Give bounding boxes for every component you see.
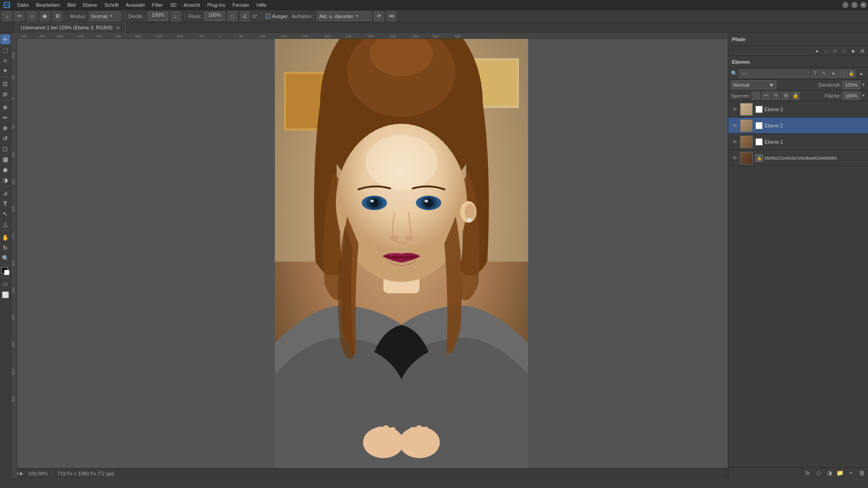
eyedropper-tool[interactable]: ⊘ (0, 89, 10, 99)
menu-schrift[interactable]: Schrift (101, 0, 122, 10)
brush-tool[interactable]: ✏ (0, 113, 10, 122)
active-tab[interactable]: Unbenannt-1 bei 109% (Ebene 3, RGB/8) ✕ (16, 23, 126, 33)
layer-item[interactable]: 👁 Ebene 1 (728, 134, 868, 150)
menu-bearbeiten[interactable]: Bearbeiten (33, 0, 64, 10)
panel-icon-diamond[interactable]: ◇ (831, 47, 839, 55)
filter-locked-btn[interactable]: 🔒 (847, 70, 855, 78)
background-color[interactable] (4, 270, 9, 275)
move-tool[interactable]: ✛ (0, 34, 10, 44)
add-mask-button[interactable]: ⬭ (814, 469, 823, 478)
path-select-tool[interactable]: ↖ (0, 209, 10, 219)
menu-3d[interactable]: 3D (166, 0, 180, 10)
gradient-tool[interactable]: ▦ (0, 154, 10, 164)
shape-tool[interactable]: △ (0, 219, 10, 229)
pen-tool[interactable]: ⊿ (0, 188, 10, 198)
layer-link-icon: 🔒 (755, 155, 763, 162)
aufn-dropdown[interactable]: Akt. u. darunter ▼ (317, 12, 371, 21)
layer-item[interactable]: 👁 🔒 09265c211e010a725e3ba4623a92b5b6 (728, 150, 868, 166)
layer-visibility-toggle[interactable]: 👁 (731, 155, 738, 162)
menu-plugins[interactable]: Plug-ins (203, 0, 229, 10)
quick-mask-btn[interactable]: ⬭ (0, 279, 10, 289)
svg-rect-29 (370, 431, 375, 449)
magic-wand-tool[interactable]: ✦ (0, 66, 10, 75)
close-button[interactable]: ✕ (860, 2, 867, 8)
panel-icon-square-filled[interactable]: ■ (849, 47, 857, 55)
opacity-value[interactable]: 100% (842, 81, 860, 89)
lasso-tool[interactable]: ⌾ (0, 55, 10, 65)
hand-tool[interactable]: ✋ (0, 232, 10, 242)
layer-item[interactable]: 👁 Ebene 3 (728, 101, 868, 117)
filter-smart-btn[interactable]: ★ (829, 70, 837, 78)
text-tool[interactable]: T (0, 198, 10, 208)
layer-mode-dropdown[interactable]: Normal ▼ (731, 80, 776, 89)
modus-dropdown-arrow: ▼ (109, 14, 113, 18)
ausger-checkbox[interactable]: ✓ (265, 14, 271, 19)
blur-tool[interactable]: ◉ (0, 164, 10, 174)
smooth-btn[interactable]: ⟳ (374, 11, 384, 21)
add-group-button[interactable]: 📁 (835, 469, 844, 478)
minimize-button[interactable]: − (842, 2, 849, 8)
menu-hilfe[interactable]: Hilfe (253, 0, 270, 10)
delete-layer-button[interactable]: 🗑 (857, 469, 866, 478)
brush-option2[interactable]: ⊞ (52, 11, 62, 21)
tool-sep-6 (1, 277, 9, 278)
menu-ebene[interactable]: Ebene (79, 0, 101, 10)
layer-visibility-toggle[interactable]: 👁 (731, 138, 738, 145)
canvas-viewport[interactable]: -100 -50 0 50 100 150 200 250 300 350 40… (11, 39, 728, 478)
modus-dropdown[interactable]: Normal ▼ (89, 12, 121, 21)
tab-close-button[interactable]: ✕ (115, 25, 121, 30)
stamp-tool[interactable]: ⊗ (0, 123, 10, 133)
menu-filter[interactable]: Filter (148, 0, 166, 10)
selection-tool[interactable]: ⬚ (0, 45, 10, 55)
status-next-btn[interactable]: ▶ (20, 471, 24, 476)
menu-datei[interactable]: Datei (14, 0, 33, 10)
add-layer-button[interactable]: + (846, 469, 855, 478)
add-adjustment-button[interactable]: ◑ (825, 469, 834, 478)
fluss-input[interactable]: 100% (204, 12, 225, 21)
lock-transparent-btn[interactable]: ⬚ (752, 92, 760, 100)
layer-item[interactable]: 👁 Ebene 2 (728, 117, 868, 134)
flache-value[interactable]: 100% (842, 92, 860, 100)
add-fx-button[interactable]: fx (803, 469, 812, 478)
filter-selected-btn[interactable]: ⬚ (838, 70, 846, 78)
brush-preset-button[interactable]: ○ (27, 11, 37, 21)
foreground-bg-colors[interactable] (0, 266, 10, 276)
lock-position-btn[interactable]: ✛ (772, 92, 780, 100)
layer-search-input[interactable] (739, 70, 809, 78)
layer-visibility-toggle[interactable]: 👁 (731, 122, 738, 129)
panel-icon-grid[interactable]: ⊞ (858, 47, 866, 55)
brush-option1[interactable]: ◉ (40, 11, 50, 21)
menu-auswahl[interactable]: Auswahl (122, 0, 148, 10)
deckk-input[interactable]: 100% (148, 12, 168, 21)
svg-point-25 (465, 204, 476, 220)
filter-type-btn[interactable]: T (811, 70, 819, 78)
spot-heal-tool[interactable]: ⊕ (0, 102, 10, 112)
panel-icon-circle-filled[interactable]: ● (813, 47, 821, 55)
angle-btn[interactable]: ∠ (240, 11, 250, 21)
brush-tool-button[interactable]: ✏ (14, 11, 24, 21)
history-tool[interactable]: ↺ (0, 133, 10, 143)
layer-visibility-toggle[interactable]: 👁 (731, 106, 738, 113)
menu-bild[interactable]: Bild (64, 0, 79, 10)
screen-mode-btn[interactable]: ⬜ (0, 290, 10, 300)
dodge-tool[interactable]: ◑ (0, 175, 10, 185)
eraser-tool[interactable]: ◻ (0, 144, 10, 154)
lock-paint-btn[interactable]: ✏ (762, 92, 770, 100)
zoom-tool[interactable]: 🔍 (0, 253, 10, 263)
maximize-button[interactable]: □ (851, 2, 858, 8)
filter-adjust-btn[interactable]: ✎ (820, 70, 828, 78)
lock-artboards-btn[interactable]: ⊞ (782, 92, 790, 100)
menu-fenster[interactable]: Fenster (229, 0, 253, 10)
tool-sep-2 (1, 100, 9, 101)
layer-extra-btn[interactable]: ● (857, 70, 865, 78)
lock-all-btn[interactable]: 🔒 (792, 92, 800, 100)
panel-icon-circle-empty[interactable]: ○ (822, 47, 830, 55)
pressure-btn[interactable]: ⟂ (171, 11, 181, 21)
crop-tool[interactable]: ⊡ (0, 79, 10, 89)
airbrush-btn[interactable]: ◌ (227, 11, 237, 21)
symmetry-btn[interactable]: ⋈ (387, 11, 396, 21)
rotate-view-tool[interactable]: ↻ (0, 243, 10, 253)
panel-icon-square-outline[interactable]: □ (840, 47, 848, 55)
home-button[interactable]: ⌂ (2, 11, 12, 21)
menu-ansicht[interactable]: Ansicht (180, 0, 203, 10)
